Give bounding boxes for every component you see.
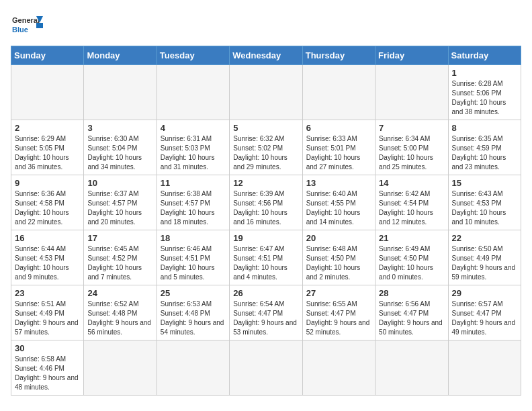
day-number: 24 xyxy=(87,288,152,298)
day-number: 3 xyxy=(87,123,152,133)
calendar-cell xyxy=(302,65,375,120)
day-info: Sunrise: 6:39 AM Sunset: 4:56 PM Dayligh… xyxy=(233,189,298,227)
svg-text:Blue: Blue xyxy=(12,26,28,34)
day-info: Sunrise: 6:28 AM Sunset: 5:06 PM Dayligh… xyxy=(452,79,517,117)
calendar-cell: 8Sunrise: 6:35 AM Sunset: 4:59 PM Daylig… xyxy=(448,120,521,175)
day-number: 30 xyxy=(15,343,80,353)
day-number: 21 xyxy=(379,233,444,243)
day-number: 20 xyxy=(306,233,371,243)
day-info: Sunrise: 6:46 AM Sunset: 4:51 PM Dayligh… xyxy=(161,244,226,282)
calendar-cell: 16Sunrise: 6:44 AM Sunset: 4:53 PM Dayli… xyxy=(11,230,84,285)
day-number: 1 xyxy=(452,68,517,78)
day-info: Sunrise: 6:57 AM Sunset: 4:47 PM Dayligh… xyxy=(452,300,517,337)
header: General Blue xyxy=(11,11,521,38)
day-info: Sunrise: 6:51 AM Sunset: 4:49 PM Dayligh… xyxy=(15,300,80,337)
day-info: Sunrise: 6:48 AM Sunset: 4:50 PM Dayligh… xyxy=(306,244,371,282)
day-info: Sunrise: 6:45 AM Sunset: 4:52 PM Dayligh… xyxy=(87,244,152,282)
calendar-cell xyxy=(375,65,448,120)
day-header-thursday: Thursday xyxy=(302,46,375,65)
day-info: Sunrise: 6:44 AM Sunset: 4:53 PM Dayligh… xyxy=(15,244,80,282)
calendar-cell xyxy=(448,340,521,396)
day-info: Sunrise: 6:40 AM Sunset: 4:55 PM Dayligh… xyxy=(306,189,371,227)
calendar-cell: 29Sunrise: 6:57 AM Sunset: 4:47 PM Dayli… xyxy=(448,285,521,340)
day-info: Sunrise: 6:58 AM Sunset: 4:46 PM Dayligh… xyxy=(15,355,80,392)
calendar-cell: 23Sunrise: 6:51 AM Sunset: 4:49 PM Dayli… xyxy=(11,285,84,340)
day-header-monday: Monday xyxy=(84,46,157,65)
calendar-cell: 2Sunrise: 6:29 AM Sunset: 5:05 PM Daylig… xyxy=(11,120,84,175)
calendar-cell xyxy=(84,65,157,120)
calendar-cell: 21Sunrise: 6:49 AM Sunset: 4:50 PM Dayli… xyxy=(375,230,448,285)
day-info: Sunrise: 6:34 AM Sunset: 5:00 PM Dayligh… xyxy=(379,134,444,172)
day-number: 12 xyxy=(233,178,298,188)
calendar-cell: 17Sunrise: 6:45 AM Sunset: 4:52 PM Dayli… xyxy=(84,230,157,285)
day-header-sunday: Sunday xyxy=(11,46,84,65)
calendar-cell: 9Sunrise: 6:36 AM Sunset: 4:58 PM Daylig… xyxy=(11,175,84,230)
calendar-cell: 14Sunrise: 6:42 AM Sunset: 4:54 PM Dayli… xyxy=(375,175,448,230)
calendar-cell: 25Sunrise: 6:53 AM Sunset: 4:48 PM Dayli… xyxy=(157,285,229,340)
calendar-cell xyxy=(230,65,302,120)
day-info: Sunrise: 6:56 AM Sunset: 4:47 PM Dayligh… xyxy=(379,300,444,337)
day-number: 4 xyxy=(161,123,226,133)
calendar-cell: 28Sunrise: 6:56 AM Sunset: 4:47 PM Dayli… xyxy=(375,285,448,340)
day-info: Sunrise: 6:35 AM Sunset: 4:59 PM Dayligh… xyxy=(452,134,517,172)
day-number: 29 xyxy=(452,288,517,298)
day-number: 2 xyxy=(15,123,80,133)
day-number: 13 xyxy=(306,178,371,188)
day-info: Sunrise: 6:49 AM Sunset: 4:50 PM Dayligh… xyxy=(379,244,444,282)
day-info: Sunrise: 6:38 AM Sunset: 4:57 PM Dayligh… xyxy=(161,189,226,227)
day-info: Sunrise: 6:30 AM Sunset: 5:04 PM Dayligh… xyxy=(87,134,152,172)
day-number: 18 xyxy=(161,233,226,243)
calendar-cell: 24Sunrise: 6:52 AM Sunset: 4:48 PM Dayli… xyxy=(84,285,157,340)
calendar-cell: 10Sunrise: 6:37 AM Sunset: 4:57 PM Dayli… xyxy=(84,175,157,230)
day-number: 27 xyxy=(306,288,371,298)
calendar-header-row: SundayMondayTuesdayWednesdayThursdayFrid… xyxy=(11,46,521,65)
calendar-cell: 1Sunrise: 6:28 AM Sunset: 5:06 PM Daylig… xyxy=(448,65,521,120)
day-info: Sunrise: 6:33 AM Sunset: 5:01 PM Dayligh… xyxy=(306,134,371,172)
svg-text:General: General xyxy=(12,16,40,24)
day-number: 8 xyxy=(452,123,517,133)
day-number: 14 xyxy=(379,178,444,188)
day-info: Sunrise: 6:47 AM Sunset: 4:51 PM Dayligh… xyxy=(233,244,298,282)
day-info: Sunrise: 6:55 AM Sunset: 4:47 PM Dayligh… xyxy=(306,300,371,337)
day-number: 23 xyxy=(15,288,80,298)
calendar-cell xyxy=(375,340,448,396)
day-header-tuesday: Tuesday xyxy=(157,46,229,65)
day-info: Sunrise: 6:52 AM Sunset: 4:48 PM Dayligh… xyxy=(87,300,152,337)
day-info: Sunrise: 6:53 AM Sunset: 4:48 PM Dayligh… xyxy=(161,300,226,337)
calendar-cell: 5Sunrise: 6:32 AM Sunset: 5:02 PM Daylig… xyxy=(230,120,302,175)
day-info: Sunrise: 6:43 AM Sunset: 4:53 PM Dayligh… xyxy=(452,189,517,227)
calendar-cell: 11Sunrise: 6:38 AM Sunset: 4:57 PM Dayli… xyxy=(157,175,229,230)
day-number: 5 xyxy=(233,123,298,133)
calendar-cell: 3Sunrise: 6:30 AM Sunset: 5:04 PM Daylig… xyxy=(84,120,157,175)
calendar: SundayMondayTuesdayWednesdayThursdayFrid… xyxy=(11,46,521,396)
day-number: 9 xyxy=(15,178,80,188)
calendar-cell: 12Sunrise: 6:39 AM Sunset: 4:56 PM Dayli… xyxy=(230,175,302,230)
day-number: 15 xyxy=(452,178,517,188)
day-info: Sunrise: 6:36 AM Sunset: 4:58 PM Dayligh… xyxy=(15,189,80,227)
day-number: 10 xyxy=(87,178,152,188)
calendar-cell: 13Sunrise: 6:40 AM Sunset: 4:55 PM Dayli… xyxy=(302,175,375,230)
day-info: Sunrise: 6:50 AM Sunset: 4:49 PM Dayligh… xyxy=(452,244,517,282)
calendar-cell: 20Sunrise: 6:48 AM Sunset: 4:50 PM Dayli… xyxy=(302,230,375,285)
calendar-cell: 15Sunrise: 6:43 AM Sunset: 4:53 PM Dayli… xyxy=(448,175,521,230)
day-info: Sunrise: 6:32 AM Sunset: 5:02 PM Dayligh… xyxy=(233,134,298,172)
calendar-week-row: 23Sunrise: 6:51 AM Sunset: 4:49 PM Dayli… xyxy=(11,285,521,340)
calendar-cell: 18Sunrise: 6:46 AM Sunset: 4:51 PM Dayli… xyxy=(157,230,229,285)
calendar-cell: 19Sunrise: 6:47 AM Sunset: 4:51 PM Dayli… xyxy=(230,230,302,285)
day-header-saturday: Saturday xyxy=(448,46,521,65)
day-info: Sunrise: 6:42 AM Sunset: 4:54 PM Dayligh… xyxy=(379,189,444,227)
calendar-cell: 30Sunrise: 6:58 AM Sunset: 4:46 PM Dayli… xyxy=(11,340,84,396)
calendar-week-row: 30Sunrise: 6:58 AM Sunset: 4:46 PM Dayli… xyxy=(11,340,521,396)
calendar-cell xyxy=(157,65,229,120)
day-number: 11 xyxy=(161,178,226,188)
day-header-wednesday: Wednesday xyxy=(230,46,302,65)
calendar-week-row: 1Sunrise: 6:28 AM Sunset: 5:06 PM Daylig… xyxy=(11,65,521,120)
calendar-week-row: 9Sunrise: 6:36 AM Sunset: 4:58 PM Daylig… xyxy=(11,175,521,230)
day-number: 17 xyxy=(87,233,152,243)
calendar-cell xyxy=(84,340,157,396)
day-number: 7 xyxy=(379,123,444,133)
day-info: Sunrise: 6:29 AM Sunset: 5:05 PM Dayligh… xyxy=(15,134,80,172)
day-number: 16 xyxy=(15,233,80,243)
calendar-cell xyxy=(302,340,375,396)
calendar-cell: 7Sunrise: 6:34 AM Sunset: 5:00 PM Daylig… xyxy=(375,120,448,175)
